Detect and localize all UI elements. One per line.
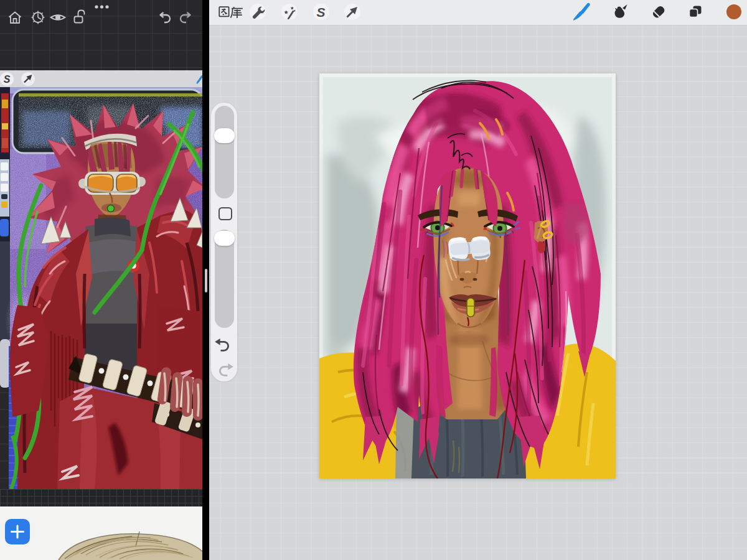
svg-text:S: S (4, 74, 11, 85)
svg-text:S: S (316, 5, 325, 19)
